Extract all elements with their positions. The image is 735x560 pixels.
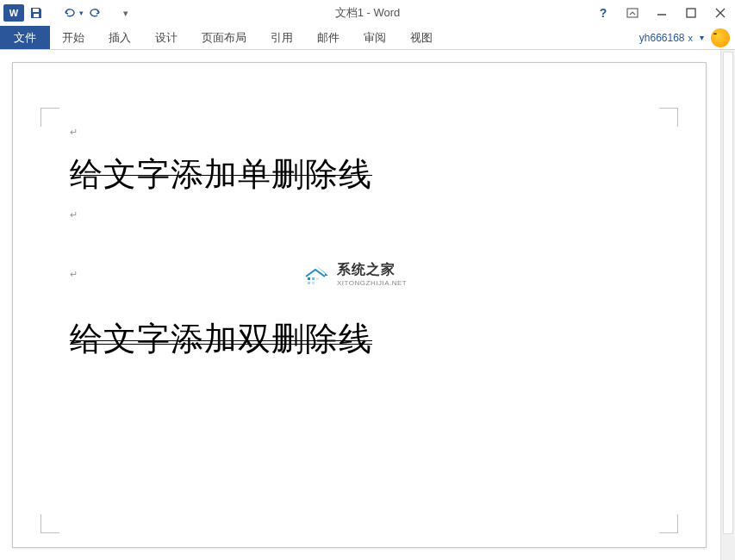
word-app-icon[interactable]: W xyxy=(3,4,24,22)
watermark: 系统之家 XITONGZHIJIA.NET xyxy=(301,261,407,287)
svg-rect-7 xyxy=(312,282,315,284)
svg-rect-0 xyxy=(36,9,38,12)
watermark-text: 系统之家 XITONGZHIJIA.NET xyxy=(337,261,407,287)
margin-mark-br xyxy=(659,514,678,533)
svg-rect-1 xyxy=(627,9,638,17)
watermark-url: XITONGZHIJIA.NET xyxy=(337,279,407,287)
user-dropdown-icon[interactable]: ▾ xyxy=(700,33,704,42)
window-title: 文档1 - Word xyxy=(335,5,401,21)
user-name[interactable]: yh666168 xyxy=(639,32,685,44)
vertical-scrollbar[interactable] xyxy=(720,50,735,560)
document-container: ↵ 给文字添加单删除线 ↵ ↵ 给文字添加双删除线 xyxy=(0,50,735,560)
margin-mark-tr xyxy=(659,108,678,127)
user-close-icon[interactable]: x xyxy=(688,33,694,43)
tab-home[interactable]: 开始 xyxy=(50,26,97,49)
tab-review[interactable]: 审阅 xyxy=(352,26,398,49)
document-page[interactable]: ↵ 给文字添加单删除线 ↵ ↵ 给文字添加双删除线 xyxy=(12,62,707,548)
avatar[interactable] xyxy=(711,28,730,47)
maximize-icon[interactable] xyxy=(676,1,706,25)
text-single-strikethrough[interactable]: 给文字添加单删除线 xyxy=(70,152,649,196)
scrollbar-thumb[interactable] xyxy=(723,52,733,534)
redo-icon[interactable] xyxy=(85,3,106,23)
qat-customize-icon[interactable]: ▾ xyxy=(123,8,128,19)
watermark-title: 系统之家 xyxy=(337,261,407,279)
title-bar: W ▾ ▾ 文档1 - Word ? xyxy=(0,0,735,26)
document-content[interactable]: ↵ 给文字添加单删除线 ↵ ↵ 给文字添加双删除线 xyxy=(70,127,649,361)
svg-rect-3 xyxy=(687,9,695,17)
document-scroll-area[interactable]: ↵ 给文字添加单删除线 ↵ ↵ 给文字添加双删除线 xyxy=(0,50,720,560)
tab-page-layout[interactable]: 页面布局 xyxy=(190,26,258,49)
user-account-area: yh666168 x ▾ xyxy=(639,26,735,49)
quick-access-toolbar: W ▾ ▾ xyxy=(0,3,128,23)
margin-mark-tl xyxy=(40,108,59,127)
ribbon-tabs: 文件 开始 插入 设计 页面布局 引用 邮件 审阅 视图 yh666168 x … xyxy=(0,26,735,50)
undo-icon[interactable] xyxy=(59,3,79,23)
watermark-house-icon xyxy=(301,262,330,286)
save-icon[interactable] xyxy=(26,3,47,23)
ribbon-display-icon[interactable] xyxy=(618,1,647,25)
text-double-strikethrough[interactable]: 给文字添加双删除线 xyxy=(70,320,372,357)
text-double-strikethrough-wrap: 给文字添加双删除线 xyxy=(70,317,372,361)
help-icon[interactable]: ? xyxy=(589,1,618,25)
paragraph-mark-icon: ↵ xyxy=(70,209,78,221)
tab-insert[interactable]: 插入 xyxy=(97,26,143,49)
minimize-icon[interactable] xyxy=(647,1,676,25)
tab-mailings[interactable]: 邮件 xyxy=(305,26,352,49)
svg-rect-6 xyxy=(308,282,310,284)
tab-view[interactable]: 视图 xyxy=(398,26,445,49)
window-controls: ? xyxy=(589,1,735,25)
file-tab[interactable]: 文件 xyxy=(0,26,50,49)
tab-references[interactable]: 引用 xyxy=(258,26,305,49)
margin-mark-bl xyxy=(40,514,59,533)
paragraph-mark-icon: ↵ xyxy=(70,127,649,140)
tab-design[interactable]: 设计 xyxy=(143,26,190,49)
undo-dropdown-icon[interactable]: ▾ xyxy=(79,9,84,17)
close-icon[interactable] xyxy=(706,1,735,25)
svg-rect-8 xyxy=(316,277,319,280)
svg-rect-4 xyxy=(308,277,310,280)
svg-rect-5 xyxy=(312,277,315,280)
